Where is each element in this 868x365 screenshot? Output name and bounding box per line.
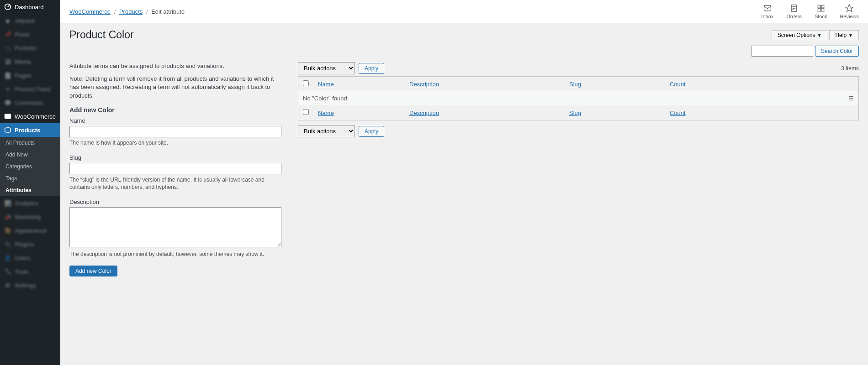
slug-label: Slug (69, 154, 281, 161)
reviews-icon (845, 4, 854, 13)
sidebar-item-plugins[interactable]: 🔌Plugins (0, 237, 60, 251)
orders-icon (789, 4, 799, 13)
select-all-bottom-checkbox[interactable] (303, 109, 309, 115)
woo-icon (4, 112, 12, 120)
breadcrumb-sep: / (146, 8, 148, 15)
col-name-bottom[interactable]: Name (318, 110, 334, 116)
sidebar-item-dashboard[interactable]: Dashboard (0, 0, 60, 14)
svg-rect-5 (821, 5, 824, 8)
breadcrumb-sep: / (114, 8, 116, 15)
topicon-reviews[interactable]: Reviews (840, 4, 859, 19)
search-button[interactable]: Search Color (815, 46, 859, 57)
submenu-tags[interactable]: Tags (0, 172, 60, 184)
svg-rect-1 (5, 114, 11, 119)
content: Product Color Screen Options▼ Help▼ Sear… (60, 23, 868, 295)
help-button[interactable]: Help▼ (829, 30, 859, 40)
stock-icon (816, 4, 826, 13)
page-title: Product Color (69, 29, 134, 41)
topicon-stock-label: Stock (815, 14, 827, 19)
svg-rect-2 (764, 5, 771, 11)
screen-options-button[interactable]: Screen Options▼ (772, 30, 828, 40)
slug-input[interactable] (69, 163, 281, 174)
configure-icon[interactable]: ☰ (848, 95, 854, 102)
sidebar-woocommerce-label: WooCommerce (15, 113, 56, 120)
name-help: The name is how it appears on your site. (69, 139, 281, 147)
chevron-down-icon: ▼ (848, 33, 853, 38)
col-name[interactable]: Name (318, 81, 334, 88)
sidebar-dashboard-label: Dashboard (15, 4, 44, 10)
sidebar-item-productfeed[interactable]: ≡Product Feed (0, 82, 60, 96)
sidebar-item-users[interactable]: 👤Users (0, 251, 60, 265)
submenu-all-products[interactable]: All Products (0, 137, 60, 149)
description-textarea[interactable] (69, 207, 281, 247)
table-row-empty: No "Color" found ☰ (298, 91, 859, 105)
terms-table: Name Description Slug Count No "Color" f… (298, 76, 859, 120)
apply-bottom-button[interactable]: Apply (359, 126, 384, 137)
add-new-button[interactable]: Add new Color (69, 266, 117, 276)
sidebar-products-submenu: All Products Add New Categories Tags Att… (0, 137, 60, 196)
submenu-attributes[interactable]: Attributes (0, 184, 60, 196)
topicon-orders[interactable]: Orders (786, 4, 802, 19)
submenu-categories[interactable]: Categories (0, 161, 60, 172)
col-slug-bottom[interactable]: Slug (569, 110, 581, 116)
sidebar-item-media[interactable]: 🖼Media (0, 55, 60, 68)
sidebar-item-woocommerce[interactable]: WooCommerce (0, 110, 60, 123)
sidebar-item-portfolio[interactable]: ◻Portfolio (0, 41, 60, 55)
sidebar-item-jetpack[interactable]: ◆Jetpack (0, 14, 60, 27)
sidebar-item-settings[interactable]: ⚙Settings (0, 278, 60, 292)
breadcrumb-current: Edit attribute (151, 8, 185, 15)
topicon-orders-label: Orders (786, 14, 802, 19)
breadcrumb-woocommerce[interactable]: WooCommerce (69, 8, 111, 15)
bulk-actions-bottom[interactable]: Bulk actions (298, 125, 355, 137)
sidebar-item-posts[interactable]: 📌Posts (0, 27, 60, 41)
topicon-inbox-label: Inbox (761, 14, 773, 19)
main-content: WooCommerce / Products / Edit attribute … (60, 0, 868, 295)
sidebar-products-label: Products (15, 127, 40, 134)
topicon-inbox[interactable]: Inbox (761, 4, 773, 19)
apply-top-button[interactable]: Apply (359, 63, 384, 74)
description-label: Description (69, 198, 281, 205)
form-heading: Add new Color (69, 106, 281, 114)
topicon-reviews-label: Reviews (840, 14, 859, 19)
slug-help: The “slug” is the URL-friendly version o… (69, 176, 281, 192)
col-slug[interactable]: Slug (569, 81, 581, 88)
topicon-stock[interactable]: Stock (815, 4, 827, 19)
col-description[interactable]: Description (409, 81, 439, 88)
inbox-icon (763, 4, 772, 13)
table-column: Bulk actions Apply 3 items Name Descript… (298, 62, 859, 276)
items-count: 3 items (841, 65, 859, 72)
intro-text-1: Attribute terms can be assigned to produ… (69, 62, 281, 70)
search-input[interactable] (752, 46, 813, 57)
sidebar-item-analytics[interactable]: 📊Analytics (0, 196, 60, 210)
bulk-actions-top[interactable]: Bulk actions (298, 62, 355, 74)
breadcrumb: WooCommerce / Products / Edit attribute (69, 8, 185, 15)
empty-message: No "Color" found (303, 95, 347, 102)
name-input[interactable] (69, 126, 281, 137)
sidebar-item-tools[interactable]: 🔧Tools (0, 265, 60, 278)
dashboard-icon (4, 3, 12, 11)
col-count-bottom[interactable]: Count (670, 110, 686, 116)
svg-rect-4 (818, 5, 820, 8)
chevron-down-icon: ▼ (817, 33, 822, 38)
topbar: WooCommerce / Products / Edit attribute … (60, 0, 868, 23)
admin-sidebar: Dashboard ◆Jetpack 📌Posts ◻Portfolio 🖼Me… (0, 0, 60, 295)
intro-text-2: Note: Deleting a term will remove it fro… (69, 75, 281, 100)
svg-rect-6 (818, 9, 820, 11)
sidebar-item-pages[interactable]: 📄Pages (0, 68, 60, 82)
col-count[interactable]: Count (670, 81, 686, 88)
col-description-bottom[interactable]: Description (409, 110, 439, 116)
name-label: Name (69, 117, 281, 124)
description-help: The description is not prominent by defa… (69, 250, 281, 258)
sidebar-item-appearance[interactable]: 🎨Appearance (0, 224, 60, 237)
sidebar-item-comments[interactable]: 💬Comments (0, 96, 60, 110)
products-icon (4, 126, 12, 134)
breadcrumb-products[interactable]: Products (119, 8, 143, 15)
sidebar-item-products[interactable]: Products (0, 123, 60, 137)
form-column: Attribute terms can be assigned to produ… (69, 62, 281, 276)
top-icons: Inbox Orders Stock Reviews (761, 4, 859, 19)
select-all-top-checkbox[interactable] (303, 80, 309, 86)
sidebar-item-marketing[interactable]: 📣Marketing (0, 210, 60, 224)
submenu-add-new[interactable]: Add New (0, 149, 60, 161)
svg-rect-7 (821, 9, 824, 11)
